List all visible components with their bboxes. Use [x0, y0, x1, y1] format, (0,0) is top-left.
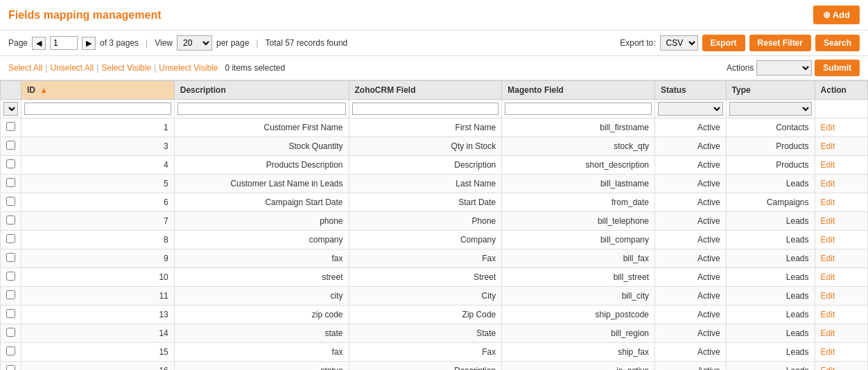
row-checkbox[interactable]: [6, 346, 15, 355]
row-checkbox-cell: [1, 193, 21, 212]
row-id: 9: [21, 249, 175, 268]
row-description: company: [174, 231, 349, 249]
sort-arrow-icon: ▲: [40, 85, 48, 95]
row-magento-field: stock_qty: [502, 137, 655, 156]
row-zohocrm-field: Company: [349, 231, 502, 249]
select-all-link[interactable]: Select All: [8, 63, 42, 73]
unselect-all-link[interactable]: Unselect All: [50, 63, 94, 73]
row-checkbox-cell: [1, 212, 21, 231]
row-checkbox[interactable]: [6, 159, 15, 168]
row-checkbox[interactable]: [6, 272, 15, 281]
unselect-visible-link[interactable]: Unselect Visible: [159, 63, 218, 73]
header-description[interactable]: Description: [174, 81, 349, 100]
row-edit-link[interactable]: Edit: [815, 287, 867, 306]
row-status: Active: [654, 118, 726, 137]
search-button[interactable]: Search: [815, 35, 860, 51]
header-type[interactable]: Type: [726, 81, 815, 100]
filter-magento-cell: [502, 100, 655, 118]
row-checkbox[interactable]: [6, 234, 15, 243]
filter-description-input[interactable]: [177, 103, 346, 115]
row-edit-link[interactable]: Edit: [815, 175, 867, 193]
header-id[interactable]: ID ▲: [21, 81, 175, 100]
pages-label: of 3 pages: [100, 38, 139, 48]
row-magento-field: ship_fax: [502, 343, 655, 362]
per-page-select[interactable]: 20 50 100: [177, 35, 212, 51]
header-action: Action: [815, 81, 867, 100]
select-visible-link[interactable]: Select Visible: [101, 63, 151, 73]
row-status: Active: [654, 324, 726, 343]
row-type: Leads: [726, 249, 815, 268]
next-page-button[interactable]: ▶: [82, 37, 96, 50]
export-format-select[interactable]: CSV XML: [660, 35, 698, 51]
page-input[interactable]: [50, 36, 78, 50]
row-zohocrm-field: Last Name: [349, 175, 502, 193]
table-row: 9faxFaxbill_faxActiveLeadsEdit: [1, 249, 868, 268]
row-checkbox[interactable]: [6, 365, 15, 370]
row-description: city: [174, 287, 349, 306]
export-button[interactable]: Export: [702, 35, 745, 51]
filter-status-select[interactable]: Active Inactive: [658, 102, 723, 116]
filter-zohocrm-input[interactable]: [352, 103, 499, 115]
row-checkbox[interactable]: [6, 122, 15, 131]
row-zohocrm-field: Description: [349, 362, 502, 371]
filter-zohocrm-cell: [349, 100, 502, 118]
data-table: ID ▲ Description ZohoCRM Field Magento F…: [0, 80, 868, 370]
row-edit-link[interactable]: Edit: [815, 268, 867, 287]
row-description: Products Description: [174, 156, 349, 175]
header-status[interactable]: Status: [654, 81, 726, 100]
row-checkbox[interactable]: [6, 197, 15, 206]
table-header-row: ID ▲ Description ZohoCRM Field Magento F…: [1, 81, 868, 100]
row-checkbox[interactable]: [6, 309, 15, 318]
row-status: Active: [654, 156, 726, 175]
row-status: Active: [654, 306, 726, 324]
filter-id-cell: [21, 100, 175, 118]
submit-button[interactable]: Submit: [815, 60, 860, 76]
reset-filter-button[interactable]: Reset Filter: [749, 35, 811, 51]
row-type: Leads: [726, 212, 815, 231]
row-checkbox[interactable]: [6, 215, 15, 224]
row-magento-field: bill_telephone: [502, 212, 655, 231]
row-edit-link[interactable]: Edit: [815, 137, 867, 156]
filter-id-input[interactable]: [24, 103, 171, 115]
row-zohocrm-field: Description: [349, 156, 502, 175]
row-edit-link[interactable]: Edit: [815, 306, 867, 324]
view-label: View: [155, 38, 173, 48]
row-status: Active: [654, 362, 726, 371]
actions-select[interactable]: Delete: [756, 60, 812, 76]
table-row: 14stateStatebill_regionActiveLeadsEdit: [1, 324, 868, 343]
header-magento-field[interactable]: Magento Field: [502, 81, 655, 100]
row-checkbox[interactable]: [6, 178, 15, 187]
row-edit-link[interactable]: Edit: [815, 231, 867, 249]
row-status: Active: [654, 268, 726, 287]
table-row: 8companyCompanybill_companyActiveLeadsEd…: [1, 231, 868, 249]
row-magento-field: is_active: [502, 362, 655, 371]
row-checkbox[interactable]: [6, 290, 15, 299]
row-edit-link[interactable]: Edit: [815, 324, 867, 343]
prev-page-button[interactable]: ◀: [32, 37, 46, 50]
row-id: 13: [21, 306, 175, 324]
row-checkbox[interactable]: [6, 141, 15, 150]
row-zohocrm-field: First Name: [349, 118, 502, 137]
page-header: Fields mapping management Add: [0, 0, 868, 30]
row-edit-link[interactable]: Edit: [815, 156, 867, 175]
filter-type-select[interactable]: Contacts Products Leads Campaigns Accoun…: [729, 102, 812, 116]
row-type: Leads: [726, 231, 815, 249]
row-edit-link[interactable]: Edit: [815, 193, 867, 212]
header-zohocrm-field[interactable]: ZohoCRM Field: [349, 81, 502, 100]
filter-any-cell: Any Yes No: [1, 100, 21, 118]
row-edit-link[interactable]: Edit: [815, 362, 867, 371]
row-type: Leads: [726, 324, 815, 343]
any-filter-select[interactable]: Any Yes No: [3, 102, 18, 116]
row-edit-link[interactable]: Edit: [815, 118, 867, 137]
row-edit-link[interactable]: Edit: [815, 249, 867, 268]
table-row: 4Products DescriptionDescriptionshort_de…: [1, 156, 868, 175]
row-status: Active: [654, 212, 726, 231]
add-button[interactable]: Add: [813, 6, 860, 24]
table-row: 1Customer First NameFirst Namebill_first…: [1, 118, 868, 137]
row-zohocrm-field: City: [349, 287, 502, 306]
row-edit-link[interactable]: Edit: [815, 212, 867, 231]
row-checkbox[interactable]: [6, 328, 15, 337]
row-checkbox[interactable]: [6, 253, 15, 262]
row-edit-link[interactable]: Edit: [815, 343, 867, 362]
filter-magento-input[interactable]: [505, 103, 652, 115]
